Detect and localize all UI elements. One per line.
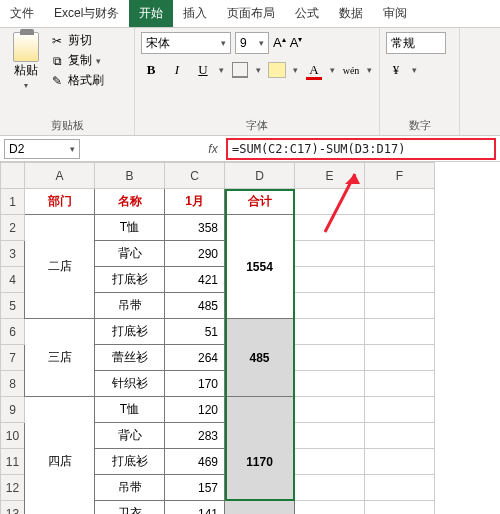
sum-cell[interactable]: 1170 xyxy=(225,397,295,515)
cell[interactable] xyxy=(365,371,435,397)
row-header[interactable]: 13 xyxy=(1,501,25,515)
dept-cell[interactable]: 二店 xyxy=(25,215,95,319)
value-cell[interactable]: 264 xyxy=(165,345,225,371)
value-cell[interactable]: 157 xyxy=(165,475,225,501)
fill-color-button[interactable] xyxy=(267,60,287,80)
name-cell[interactable]: 背心 xyxy=(95,423,165,449)
cell[interactable] xyxy=(365,293,435,319)
row-header[interactable]: 10 xyxy=(1,423,25,449)
value-cell[interactable]: 141 xyxy=(165,501,225,515)
value-cell[interactable]: 485 xyxy=(165,293,225,319)
copy-button[interactable]: ⧉复制 ▾ xyxy=(50,52,104,69)
cell[interactable] xyxy=(365,475,435,501)
column-header[interactable]: D xyxy=(225,163,295,189)
name-cell[interactable]: 打底衫 xyxy=(95,449,165,475)
tab-layout[interactable]: 页面布局 xyxy=(217,0,285,27)
name-cell[interactable]: 针织衫 xyxy=(95,371,165,397)
insert-function-button[interactable]: fx xyxy=(200,142,226,156)
cell[interactable] xyxy=(295,241,365,267)
row-header[interactable]: 12 xyxy=(1,475,25,501)
row-header[interactable]: 9 xyxy=(1,397,25,423)
value-cell[interactable]: 170 xyxy=(165,371,225,397)
sum-cell[interactable]: 1554 xyxy=(225,215,295,319)
tab-data[interactable]: 数据 xyxy=(329,0,373,27)
sum-cell[interactable]: 485 xyxy=(225,319,295,397)
column-header[interactable]: C xyxy=(165,163,225,189)
border-button[interactable] xyxy=(230,60,250,80)
currency-button[interactable]: ¥ xyxy=(386,60,406,80)
cell[interactable] xyxy=(295,345,365,371)
cell[interactable] xyxy=(295,397,365,423)
header-cell[interactable]: 合计 xyxy=(225,189,295,215)
column-header[interactable]: B xyxy=(95,163,165,189)
value-cell[interactable]: 290 xyxy=(165,241,225,267)
cell[interactable] xyxy=(295,423,365,449)
name-cell[interactable]: 打底衫 xyxy=(95,267,165,293)
cell[interactable] xyxy=(295,475,365,501)
cell[interactable] xyxy=(295,215,365,241)
row-header[interactable]: 3 xyxy=(1,241,25,267)
cell[interactable] xyxy=(365,319,435,345)
cell[interactable] xyxy=(365,215,435,241)
row-header[interactable]: 7 xyxy=(1,345,25,371)
header-cell[interactable]: 1月 xyxy=(165,189,225,215)
row-header[interactable]: 11 xyxy=(1,449,25,475)
name-cell[interactable]: 打底衫 xyxy=(95,319,165,345)
bold-button[interactable]: B xyxy=(141,60,161,80)
name-cell[interactable]: T恤 xyxy=(95,215,165,241)
value-cell[interactable]: 358 xyxy=(165,215,225,241)
name-cell[interactable]: 吊带 xyxy=(95,475,165,501)
phonetic-button[interactable]: wén xyxy=(341,60,361,80)
tab-excel-finance[interactable]: Excel与财务 xyxy=(44,0,129,27)
name-cell[interactable]: 蕾丝衫 xyxy=(95,345,165,371)
number-format-combo[interactable]: 常规 xyxy=(386,32,446,54)
value-cell[interactable]: 469 xyxy=(165,449,225,475)
cell[interactable] xyxy=(365,241,435,267)
cell[interactable] xyxy=(365,449,435,475)
row-header[interactable]: 1 xyxy=(1,189,25,215)
column-header[interactable]: F xyxy=(365,163,435,189)
cell[interactable] xyxy=(295,267,365,293)
row-header[interactable]: 6 xyxy=(1,319,25,345)
tab-file[interactable]: 文件 xyxy=(0,0,44,27)
name-cell[interactable]: 背心 xyxy=(95,241,165,267)
cell[interactable] xyxy=(365,189,435,215)
cut-button[interactable]: ✂剪切 xyxy=(50,32,104,49)
worksheet-grid[interactable]: ABCDEF1部门名称1月合计2二店T恤35815543背心2904打底衫421… xyxy=(0,162,500,514)
cell[interactable] xyxy=(365,423,435,449)
value-cell[interactable]: 120 xyxy=(165,397,225,423)
column-header[interactable]: E xyxy=(295,163,365,189)
font-name-combo[interactable]: 宋体▾ xyxy=(141,32,231,54)
italic-button[interactable]: I xyxy=(167,60,187,80)
cell[interactable] xyxy=(365,501,435,515)
value-cell[interactable]: 283 xyxy=(165,423,225,449)
name-cell[interactable]: 吊带 xyxy=(95,293,165,319)
column-header[interactable]: A xyxy=(25,163,95,189)
cell[interactable] xyxy=(365,267,435,293)
cell[interactable] xyxy=(295,189,365,215)
name-cell[interactable]: T恤 xyxy=(95,397,165,423)
cell[interactable] xyxy=(295,293,365,319)
shrink-font-button[interactable]: A▾ xyxy=(290,35,303,50)
cell[interactable] xyxy=(295,449,365,475)
row-header[interactable]: 8 xyxy=(1,371,25,397)
formula-input[interactable]: =SUM(C2:C17)-SUM(D3:D17) xyxy=(226,138,496,160)
cell[interactable] xyxy=(295,371,365,397)
tab-formula[interactable]: 公式 xyxy=(285,0,329,27)
dept-cell[interactable]: 三店 xyxy=(25,319,95,397)
row-header[interactable]: 5 xyxy=(1,293,25,319)
cell[interactable] xyxy=(295,319,365,345)
underline-button[interactable]: U xyxy=(193,60,213,80)
font-color-button[interactable]: A xyxy=(304,60,324,80)
value-cell[interactable]: 421 xyxy=(165,267,225,293)
tab-home[interactable]: 开始 xyxy=(129,0,173,27)
cell[interactable] xyxy=(365,345,435,371)
value-cell[interactable]: 51 xyxy=(165,319,225,345)
tab-insert[interactable]: 插入 xyxy=(173,0,217,27)
cell[interactable] xyxy=(295,501,365,515)
grow-font-button[interactable]: A▴ xyxy=(273,35,286,50)
name-box[interactable]: D2▾ xyxy=(4,139,80,159)
format-painter-button[interactable]: ✎格式刷 xyxy=(50,72,104,89)
row-header[interactable]: 2 xyxy=(1,215,25,241)
tab-review[interactable]: 审阅 xyxy=(373,0,417,27)
